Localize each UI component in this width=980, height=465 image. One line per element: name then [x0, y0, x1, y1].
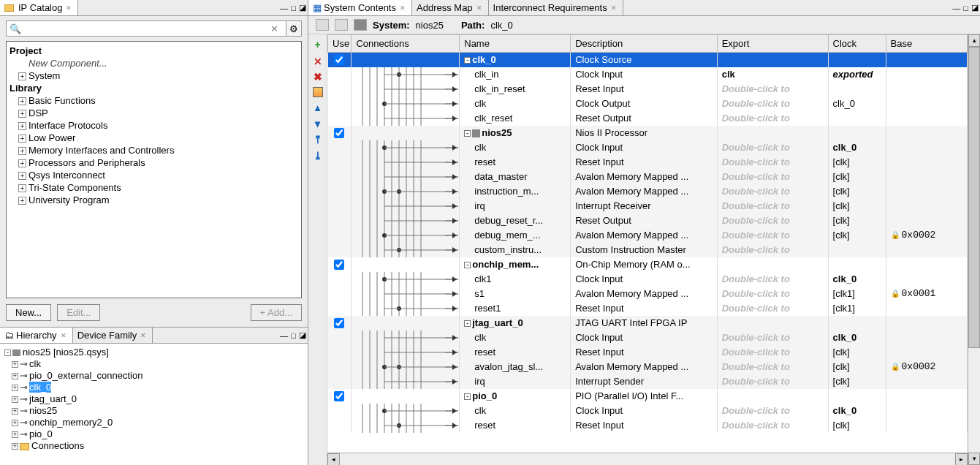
hierarchy-item[interactable]: +⊸nios25: [4, 405, 303, 417]
collapse-icon[interactable]: -: [464, 262, 471, 268]
component-row[interactable]: -onchip_mem...On-Chip Memory (RAM o...: [328, 257, 968, 272]
name-cell[interactable]: clk_reset: [460, 111, 571, 126]
connections-cell[interactable]: [352, 243, 460, 257]
clock-cell[interactable]: [828, 243, 886, 257]
system-node[interactable]: +System: [10, 69, 298, 82]
base-cell[interactable]: [886, 184, 967, 199]
export-cell[interactable]: Double-click to: [717, 170, 828, 184]
export-cell[interactable]: [717, 126, 828, 140]
expand-icon[interactable]: +: [12, 420, 18, 426]
export-cell[interactable]: Double-click to: [717, 301, 828, 316]
minimize-button[interactable]: —: [278, 0, 289, 15]
library-item[interactable]: +DSP: [10, 107, 298, 119]
close-icon[interactable]: ✕: [139, 332, 148, 339]
connections-cell[interactable]: [352, 67, 460, 82]
tab-address-map[interactable]: Address Map ✕: [412, 0, 489, 15]
connections-cell[interactable]: [352, 345, 460, 360]
clock-cell[interactable]: [clk]: [828, 213, 886, 228]
add-component-icon[interactable]: +: [314, 39, 320, 50]
hierarchy-item[interactable]: +⊸clk: [4, 358, 303, 370]
expand-icon[interactable]: +: [18, 72, 26, 80]
connections-cell[interactable]: [352, 301, 460, 316]
name-cell[interactable]: reset: [460, 418, 571, 433]
expand-icon[interactable]: +: [12, 396, 18, 403]
name-cell[interactable]: instruction_m...: [460, 184, 571, 199]
base-cell[interactable]: [886, 111, 967, 126]
expand-icon[interactable]: +: [12, 361, 18, 368]
expand-icon[interactable]: +: [18, 172, 26, 180]
clock-cell[interactable]: [828, 82, 886, 97]
scroll-up-icon[interactable]: ▴: [968, 34, 980, 47]
name-cell[interactable]: clk_in_reset: [460, 82, 571, 97]
search-input[interactable]: [6, 20, 286, 37]
export-cell[interactable]: Double-click to: [717, 213, 828, 228]
tab-hierarchy[interactable]: 🗂 Hierarchy ✕: [0, 328, 73, 343]
clock-cell[interactable]: clk_0: [828, 272, 886, 287]
expand-icon[interactable]: +: [18, 184, 26, 192]
base-cell[interactable]: [886, 67, 967, 82]
tab-system-contents[interactable]: ▦ System Contents ✕: [308, 0, 412, 15]
library-item[interactable]: +Tri-State Components: [10, 181, 298, 194]
scroll-right-icon[interactable]: ▸: [955, 453, 968, 466]
hierarchy-item[interactable]: +⊸pio_0: [4, 428, 303, 440]
connections-cell[interactable]: [352, 316, 460, 330]
hierarchy-item[interactable]: +⊸clk_0: [4, 382, 303, 393]
name-cell[interactable]: clk1: [460, 272, 571, 287]
interface-row[interactable]: instruction_m...Avalon Memory Mapped ...…: [328, 184, 968, 199]
interface-row[interactable]: reset1Reset InputDouble-click to[clk1]: [328, 301, 968, 316]
clock-cell[interactable]: clk_0: [828, 140, 886, 155]
base-cell[interactable]: [886, 418, 967, 433]
toolbar-nav-up[interactable]: [335, 19, 348, 31]
new-button[interactable]: New...: [6, 304, 51, 321]
connections-cell[interactable]: [352, 111, 460, 126]
component-row[interactable]: -clk_0Clock Source: [328, 53, 968, 67]
expand-icon[interactable]: +: [18, 97, 26, 105]
restore-button[interactable]: ◪: [297, 0, 308, 15]
scroll-down-icon[interactable]: ▾: [968, 453, 980, 465]
interface-row[interactable]: clkClock InputDouble-click toclk_0: [328, 140, 968, 155]
component-row[interactable]: -pio_0PIO (Parallel I/O) Intel F...: [328, 389, 968, 404]
name-cell[interactable]: s1: [460, 287, 571, 301]
library-item[interactable]: +Low Power: [10, 132, 298, 144]
name-cell[interactable]: debug_reset_r...: [460, 213, 571, 228]
connections-cell[interactable]: [352, 213, 460, 228]
name-cell[interactable]: -onchip_mem...: [460, 257, 571, 272]
clock-cell[interactable]: [828, 126, 886, 140]
export-cell[interactable]: Double-click to: [717, 287, 828, 301]
system-contents-table[interactable]: Use Connections Name Description Export …: [327, 34, 968, 453]
interface-row[interactable]: s1Avalon Memory Mapped ...Double-click t…: [328, 287, 968, 301]
base-cell[interactable]: [886, 140, 967, 155]
use-checkbox[interactable]: [334, 318, 344, 328]
interface-row[interactable]: irqInterrupt ReceiverDouble-click to[clk…: [328, 199, 968, 213]
base-cell[interactable]: [886, 316, 967, 330]
clock-cell[interactable]: [clk]: [828, 184, 886, 199]
component-row[interactable]: -nios25Nios II Processor: [328, 126, 968, 140]
export-cell[interactable]: Double-click to: [717, 374, 828, 389]
expand-icon[interactable]: +: [18, 110, 26, 118]
export-cell[interactable]: Double-click to: [717, 228, 828, 243]
tab-device-family[interactable]: Device Family ✕: [73, 328, 153, 343]
interface-row[interactable]: resetReset InputDouble-click to[clk]: [328, 155, 968, 170]
base-cell[interactable]: [886, 97, 967, 111]
clock-cell[interactable]: [828, 53, 886, 67]
library-node[interactable]: Library: [10, 82, 298, 94]
export-cell[interactable]: Double-click to: [717, 243, 828, 257]
clear-search-icon[interactable]: ✕: [270, 23, 278, 34]
maximize-button[interactable]: □: [962, 0, 970, 15]
use-checkbox[interactable]: [334, 391, 344, 401]
base-cell[interactable]: [886, 243, 967, 257]
maximize-button[interactable]: □: [289, 328, 297, 343]
vertical-scrollbar[interactable]: ▴ ▾: [968, 34, 980, 465]
edit-button[interactable]: Edit...: [57, 304, 100, 321]
clock-cell[interactable]: [clk]: [828, 345, 886, 360]
base-cell[interactable]: [886, 374, 967, 389]
name-cell[interactable]: clk: [460, 330, 571, 345]
base-cell[interactable]: [886, 53, 967, 67]
connections-cell[interactable]: [352, 257, 460, 272]
interface-row[interactable]: data_masterAvalon Memory Mapped ...Doubl…: [328, 170, 968, 184]
library-item[interactable]: +University Program: [10, 194, 298, 206]
export-cell[interactable]: Double-click to: [717, 360, 828, 374]
clock-cell[interactable]: [clk]: [828, 199, 886, 213]
connections-cell[interactable]: [352, 82, 460, 97]
expand-icon[interactable]: +: [18, 197, 26, 205]
